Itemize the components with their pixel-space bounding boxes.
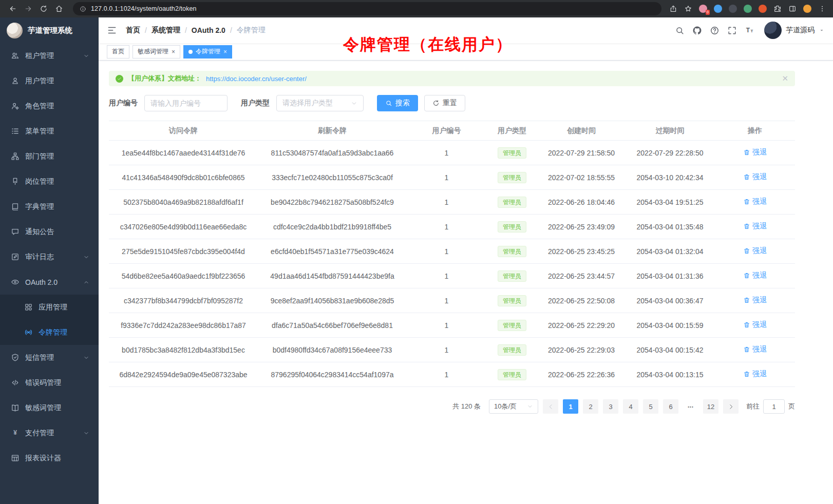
sidebar-item-dict[interactable]: 字典管理 (0, 194, 99, 219)
breadcrumb-item[interactable]: 系统管理 (152, 26, 180, 35)
user-type-cell: 管理员 (486, 313, 538, 338)
page-size-select[interactable]: 10条/页 (489, 399, 538, 414)
sidebar-item-sensitive[interactable]: 敏感词管理 (0, 395, 99, 420)
browser-menu-icon[interactable] (818, 4, 827, 13)
sidebar-item-user[interactable]: 用户管理 (0, 68, 99, 93)
fontsize-icon[interactable]: TT (745, 26, 754, 35)
home-icon[interactable] (52, 2, 66, 15)
force-logout-button[interactable]: 强退 (743, 271, 767, 280)
alert-doc-link[interactable]: https://doc.iocoder.cn/user-center/ (206, 75, 307, 83)
force-logout-button[interactable]: 强退 (743, 148, 767, 157)
extension-dark-icon[interactable] (728, 4, 737, 13)
table-row: 41c41346a548490f9dc8b01c6bfe0865333ecfc7… (109, 165, 795, 190)
extension-green-icon[interactable] (743, 4, 752, 13)
tab-首页[interactable]: 首页 (107, 45, 129, 59)
sidebar-item-report[interactable]: 报表设计器 (0, 445, 99, 471)
tab-close-icon[interactable]: × (172, 49, 175, 55)
force-logout-label: 强退 (752, 370, 767, 379)
page-button-4[interactable]: 4 (623, 399, 638, 414)
force-logout-button[interactable]: 强退 (743, 222, 767, 231)
reset-button[interactable]: 重置 (424, 95, 465, 111)
page-button-1[interactable]: 1 (563, 399, 578, 414)
sidebar-item-oauth[interactable]: OAuth 2.0 (0, 269, 99, 295)
breadcrumb-item[interactable]: 首页 (126, 26, 140, 35)
tab-close-icon[interactable]: × (223, 49, 227, 55)
caret-down-icon (819, 27, 825, 33)
profile-avatar-icon[interactable] (803, 4, 812, 13)
create-time-cell: 2022-06-25 22:29:03 (538, 338, 625, 362)
url-text[interactable]: 127.0.0.1:1024/system/oauth2/token (91, 5, 197, 12)
hamburger-icon[interactable] (107, 25, 117, 35)
token-signal-icon (24, 328, 33, 337)
force-logout-button[interactable]: 强退 (743, 320, 767, 329)
refresh-icon (432, 100, 440, 107)
tab-敏感词管理[interactable]: 敏感词管理× (132, 45, 180, 59)
search-icon[interactable] (675, 26, 685, 35)
bookmark-star-icon[interactable] (684, 4, 693, 13)
back-icon[interactable] (6, 2, 20, 15)
github-icon[interactable] (692, 26, 702, 35)
action-cell: 强退 (715, 362, 795, 387)
sidebar-item-post[interactable]: 岗位管理 (0, 169, 99, 194)
force-logout-button[interactable]: 强退 (743, 197, 767, 206)
sidebar-item-dept[interactable]: 部门管理 (0, 144, 99, 169)
force-logout-button[interactable]: 强退 (743, 345, 767, 354)
force-logout-label: 强退 (752, 172, 767, 182)
sidebar-item-oauth-app[interactable]: 应用管理 (0, 295, 99, 320)
extension-pink-icon[interactable]: 0 (698, 4, 708, 13)
split-view-icon[interactable] (788, 4, 797, 13)
chevron-down-icon (83, 53, 89, 59)
reload-icon[interactable] (37, 2, 50, 15)
refresh-token-cell: dfa6c71a50a54c66bef706ef9e6e8d81 (258, 313, 407, 338)
user-id-input[interactable] (144, 95, 228, 111)
force-logout-button[interactable]: 强退 (743, 296, 767, 305)
extension-blue-icon[interactable] (713, 4, 723, 13)
force-logout-button[interactable]: 强退 (743, 172, 767, 182)
breadcrumb-separator: / (230, 26, 232, 34)
menu-list-icon (11, 127, 20, 135)
user-type-select[interactable]: 请选择用户类型 (276, 95, 364, 111)
sidebar-item-role[interactable]: 角色管理 (0, 93, 99, 119)
annotation-text: 令牌管理（在线用户） (343, 34, 513, 55)
user-id-cell: 1 (407, 313, 486, 338)
sidebar-item-oauth-token[interactable]: 令牌管理 (0, 320, 99, 345)
sidebar-item-label: 租户管理 (25, 51, 78, 61)
breadcrumb-item[interactable]: OAuth 2.0 (192, 26, 225, 34)
page-button-6[interactable]: 6 (663, 399, 678, 414)
next-page-button[interactable] (723, 399, 739, 414)
extensions-puzzle-icon[interactable] (773, 4, 782, 13)
page-button-12[interactable]: 12 (703, 399, 718, 414)
page-button-2[interactable]: 2 (583, 399, 598, 414)
action-cell: 强退 (715, 288, 795, 313)
sidebar-item-errcode[interactable]: 错误码管理 (0, 370, 99, 395)
extension-color-icon[interactable] (758, 4, 767, 13)
user-menu[interactable]: 芋道源码 (764, 22, 825, 39)
sidebar-item-audit[interactable]: 审计日志 (0, 244, 99, 269)
fullscreen-icon[interactable] (727, 26, 737, 35)
sidebar-item-notice[interactable]: 通知公告 (0, 219, 99, 244)
share-icon[interactable] (669, 4, 678, 13)
site-info-icon[interactable] (80, 6, 86, 12)
sidebar-item-pay[interactable]: ¥支付管理 (0, 420, 99, 445)
page-button-5[interactable]: 5 (643, 399, 658, 414)
sidebar-item-label: 支付管理 (25, 429, 78, 438)
page-button-3[interactable]: 3 (603, 399, 618, 414)
tab-令牌管理[interactable]: 令牌管理× (183, 45, 232, 59)
token-table: 访问令牌刷新令牌用户编号用户类型创建时间过期时间操作 1ea5e44f8bc14… (109, 121, 795, 387)
sidebar-item-label: OAuth 2.0 (25, 278, 78, 286)
user-type-badge: 管理员 (498, 295, 526, 306)
force-logout-button[interactable]: 强退 (743, 246, 767, 256)
prev-page-button[interactable] (543, 399, 558, 414)
search-button[interactable]: 搜索 (377, 95, 418, 111)
sidebar-item-tenant[interactable]: 租户管理 (0, 43, 99, 68)
alert-text: 【用户体系】文档地址： (128, 74, 201, 83)
address-bar[interactable]: 127.0.0.1:1024/system/oauth2/token (73, 2, 661, 15)
forward-icon[interactable] (22, 2, 35, 15)
alert-close-icon[interactable]: ✕ (782, 74, 788, 83)
user-type-badge: 管理员 (498, 344, 526, 356)
sidebar-item-menu[interactable]: 菜单管理 (0, 119, 99, 144)
goto-page-input[interactable] (763, 399, 785, 414)
force-logout-button[interactable]: 强退 (743, 370, 767, 379)
question-icon[interactable] (710, 26, 720, 35)
sidebar-item-sms[interactable]: 短信管理 (0, 345, 99, 370)
